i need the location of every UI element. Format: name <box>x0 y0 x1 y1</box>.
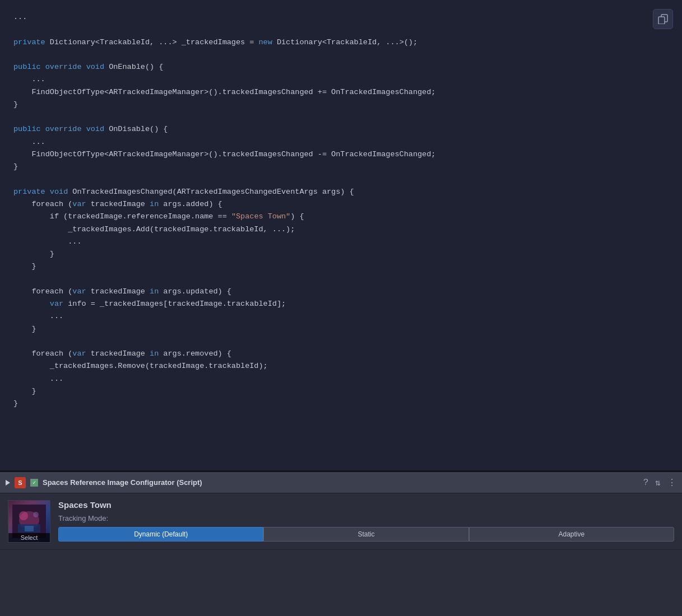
inspector-content: Select Spaces Town Tracking Mode: Dynami… <box>0 493 682 550</box>
select-label[interactable]: Select <box>8 533 50 542</box>
header-icons: ? ⇅ ⋮ <box>643 477 676 488</box>
tracking-mode-buttons: Dynamic (Default)StaticAdaptive <box>58 527 674 542</box>
code-panel: ... private Dictionary<TrackableId, ...>… <box>0 0 682 470</box>
image-entry: Select Spaces Town Tracking Mode: Dynami… <box>0 493 682 550</box>
enable-checkbox[interactable]: ✓ <box>30 479 38 487</box>
collapse-triangle-icon[interactable] <box>6 480 10 486</box>
tracking-mode-label: Tracking Mode: <box>58 514 674 522</box>
inspector-header: S ✓ Spaces Reference Image Configurator … <box>0 472 682 493</box>
image-thumbnail: Select <box>8 500 50 543</box>
tracking-btn-1[interactable]: Static <box>263 527 468 542</box>
image-name: Spaces Town <box>58 500 674 510</box>
svg-point-5 <box>19 511 28 520</box>
svg-point-6 <box>33 512 39 517</box>
copy-button[interactable] <box>653 9 673 29</box>
menu-icon[interactable]: ⋮ <box>667 477 676 488</box>
tracking-btn-2[interactable]: Adaptive <box>469 527 674 542</box>
code-block: ... private Dictionary<TrackableId, ...>… <box>13 11 669 410</box>
svg-rect-1 <box>658 17 665 24</box>
tracking-btn-0[interactable]: Dynamic (Default) <box>58 527 263 542</box>
help-icon[interactable]: ? <box>643 478 649 488</box>
svg-rect-7 <box>25 526 34 531</box>
script-icon: S <box>15 477 26 488</box>
settings-icon[interactable]: ⇅ <box>655 477 661 488</box>
image-details: Spaces Town Tracking Mode: Dynamic (Defa… <box>58 500 674 542</box>
inspector-panel: S ✓ Spaces Reference Image Configurator … <box>0 472 682 616</box>
inspector-title: Spaces Reference Image Configurator (Scr… <box>43 478 639 487</box>
